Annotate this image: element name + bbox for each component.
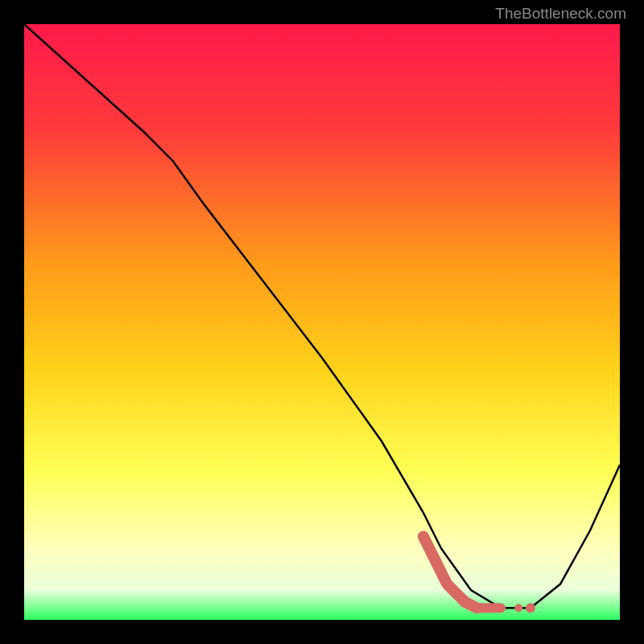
watermark: TheBottleneck.com bbox=[495, 5, 626, 23]
svg-point-0 bbox=[497, 604, 505, 612]
chart-container: TheBottleneck.com bbox=[0, 0, 644, 644]
gradient-bg bbox=[24, 24, 620, 620]
svg-point-2 bbox=[526, 603, 535, 613]
chart-svg bbox=[24, 24, 620, 620]
plot-area bbox=[24, 24, 620, 620]
svg-point-1 bbox=[514, 604, 522, 612]
